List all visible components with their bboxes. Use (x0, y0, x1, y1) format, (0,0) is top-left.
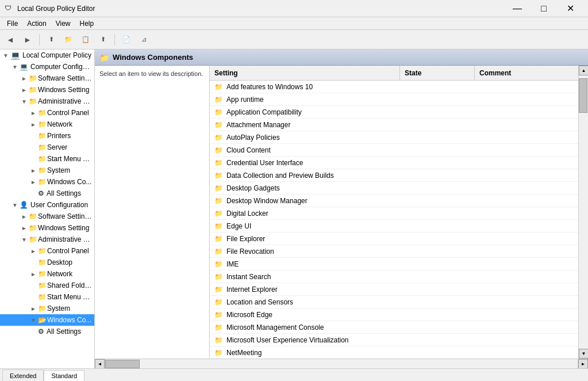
folder-icon: 📁 (29, 224, 38, 232)
app-icon: 🛡 (5, 4, 14, 13)
row-folder-icon: 📁 (214, 260, 223, 268)
tree-user-config-label: User Configuration (30, 201, 88, 209)
tree-allsettings-comp[interactable]: ⚙ All Settings (0, 188, 94, 199)
list-panel[interactable]: Setting State Comment 📁 Add features to … (210, 66, 578, 359)
scrollbar-h-thumb[interactable] (105, 360, 140, 368)
tree-wincomp-user-selected[interactable]: ▼ 📂 Windows Co... (0, 314, 94, 326)
tree-control-panel-comp[interactable]: ► 📁 Control Panel (0, 107, 94, 119)
tree-network-user[interactable]: ► 📁 Network (0, 268, 94, 280)
row-folder-icon: 📁 (214, 108, 223, 116)
tree-shared-folders-user[interactable]: 📁 Shared Folder... (0, 280, 94, 291)
minimize-button[interactable]: — (504, 0, 531, 17)
row-setting-label: Edge UI (226, 222, 251, 230)
folder-icon: 📁 (38, 270, 47, 278)
tab-standard[interactable]: Standard (44, 370, 84, 381)
computer-icon: 💻 (20, 63, 28, 71)
tree-software-settings-user[interactable]: ► 📁 Software Settings (0, 211, 94, 222)
list-item[interactable]: 📁 Desktop Gadgets (210, 182, 578, 195)
list-item[interactable]: 📁 NetMeeting (210, 346, 578, 359)
filter-button[interactable]: ⊿ (136, 32, 152, 47)
show-hide-button[interactable]: 📁 (60, 32, 76, 47)
tree-desktop-user[interactable]: 📁 Desktop (0, 257, 94, 268)
tree-control-panel-user[interactable]: ► 📁 Control Panel (0, 245, 94, 257)
list-item[interactable]: 📁 Application Compatibility (210, 106, 578, 119)
list-item[interactable]: 📁 File Explorer (210, 233, 578, 245)
list-item[interactable]: 📁 Location and Sensors (210, 296, 578, 308)
tree-allsettings-user[interactable]: ⚙ All Settings (0, 326, 94, 337)
list-item[interactable]: 📁 IME (210, 258, 578, 270)
list-item[interactable]: 📁 Instant Search (210, 270, 578, 283)
row-setting: 📁 Data Collection and Preview Builds (210, 172, 400, 180)
scroll-down-button[interactable]: ▼ (579, 349, 588, 359)
properties-button[interactable]: 📄 (118, 32, 134, 47)
row-setting: 📁 Digital Locker (210, 209, 400, 218)
list-item[interactable]: 📁 Attachment Manager (210, 119, 578, 131)
menu-action[interactable]: Action (22, 18, 51, 29)
tree-computer-config[interactable]: ▼ 💻 Computer Configura... (0, 61, 94, 73)
menu-file[interactable]: File (2, 18, 22, 29)
scroll-right-button[interactable]: ► (578, 359, 588, 369)
tree-system-comp[interactable]: ► 📁 System (0, 165, 94, 176)
list-item[interactable]: 📁 Microsoft Edge (210, 308, 578, 321)
list-item[interactable]: 📁 File Revocation (210, 245, 578, 258)
col-header-comment[interactable]: Comment (475, 66, 578, 80)
scroll-up-button[interactable]: ▲ (579, 66, 588, 75)
list-item[interactable]: 📁 Digital Locker (210, 207, 578, 220)
tree-startmenu-user[interactable]: 📁 Start Menu a... (0, 291, 94, 303)
menu-help[interactable]: Help (75, 18, 99, 29)
forward-button[interactable]: ► (20, 32, 36, 47)
row-setting: 📁 Instant Search (210, 273, 400, 281)
row-setting-label: NetMeeting (226, 349, 262, 357)
tree-server-comp[interactable]: 📁 Server (0, 142, 94, 153)
content-header: 📁 Windows Components (95, 49, 588, 66)
tree-system-user[interactable]: ► 📁 System (0, 303, 94, 314)
expand-icon: ► (29, 110, 38, 116)
row-setting: 📁 Application Compatibility (210, 108, 400, 116)
maximize-button[interactable]: □ (531, 0, 557, 17)
list-item[interactable]: 📁 Add features to Windows 10 (210, 81, 578, 93)
tree-root[interactable]: ▼ 💻 Local Computer Policy (0, 49, 94, 61)
tree-windows-settings-user[interactable]: ► 📁 Windows Setting (0, 222, 94, 234)
row-setting: 📁 Desktop Gadgets (210, 184, 400, 192)
menu-bar: File Action View Help (0, 17, 588, 30)
scroll-left-button[interactable]: ◄ (95, 359, 105, 369)
list-item[interactable]: 📁 Internet Explorer (210, 283, 578, 296)
list-item[interactable]: 📁 App runtime (210, 93, 578, 106)
list-item[interactable]: 📁 Edge UI (210, 220, 578, 233)
tree-printers-comp[interactable]: 📁 Printers (0, 130, 94, 142)
tree-user-config[interactable]: ▼ 👤 User Configuration (0, 199, 94, 211)
list-item[interactable]: 📁 Data Collection and Preview Builds (210, 169, 578, 182)
folder-icon: 📁 (29, 212, 38, 220)
expand-icon: ► (29, 271, 38, 277)
row-folder-icon: 📁 (214, 222, 223, 230)
tree-startmenu-comp[interactable]: 📁 Start Menu a... (0, 153, 94, 165)
tab-extended[interactable]: Extended (2, 369, 44, 381)
list-item[interactable]: 📁 Cloud Content (210, 144, 578, 157)
list-item[interactable]: 📁 Credential User Interface (210, 157, 578, 169)
list-scrollbar[interactable]: ▲ ▼ (578, 66, 588, 359)
menu-view[interactable]: View (51, 18, 75, 29)
list-item[interactable]: 📁 Microsoft Management Console (210, 321, 578, 334)
tree-label: Control Panel (47, 109, 89, 117)
folder-icon: 📁 (38, 166, 47, 174)
copy-button[interactable]: 📋 (78, 32, 94, 47)
back-button[interactable]: ◄ (2, 32, 18, 47)
tree-wincomp-comp[interactable]: ► 📁 Windows Co... (0, 176, 94, 188)
row-setting: 📁 Attachment Manager (210, 121, 400, 129)
tree-network-comp[interactable]: ► 📁 Network (0, 119, 94, 130)
close-button[interactable]: ✕ (557, 0, 583, 17)
tree-admin-templates-user[interactable]: ▼ 📁 Administrative Te... (0, 234, 94, 245)
tree-software-settings[interactable]: ► 📁 Software Settings (0, 73, 94, 84)
list-item[interactable]: 📁 Microsoft User Experience Virtualizati… (210, 334, 578, 346)
scrollbar-thumb[interactable] (579, 78, 587, 113)
list-item[interactable]: 📁 Desktop Window Manager (210, 195, 578, 207)
paste-button[interactable]: ⬆ (95, 32, 111, 47)
up-button[interactable]: ⬆ (43, 32, 59, 47)
tree-admin-templates-comp[interactable]: ▼ 📁 Administrative Te... (0, 96, 94, 107)
col-header-state[interactable]: State (400, 66, 475, 80)
row-folder-icon: 📁 (214, 159, 223, 167)
tree-windows-settings-comp[interactable]: ► 📁 Windows Setting (0, 84, 94, 96)
row-folder-icon: 📁 (214, 247, 223, 256)
list-item[interactable]: 📁 AutoPlay Policies (210, 131, 578, 144)
col-header-setting[interactable]: Setting (210, 66, 400, 80)
